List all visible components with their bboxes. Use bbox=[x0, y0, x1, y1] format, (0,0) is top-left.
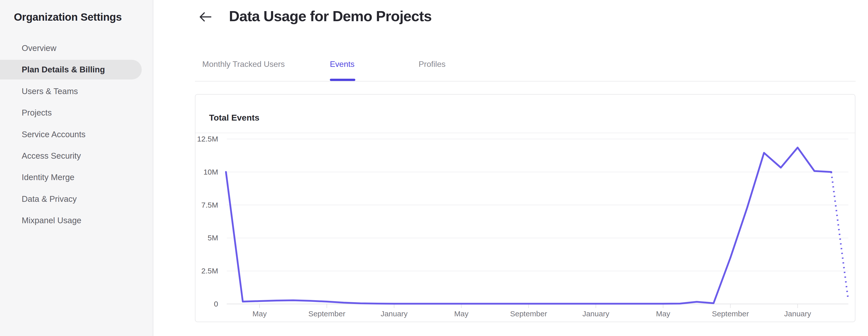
x-axis-label: May bbox=[454, 309, 469, 318]
x-axis-label: September bbox=[510, 309, 547, 318]
x-axis-label: January bbox=[582, 309, 609, 318]
y-axis-label: 7.5M bbox=[201, 201, 218, 209]
back-arrow-icon[interactable] bbox=[198, 11, 212, 23]
x-axis-label: May bbox=[252, 309, 267, 318]
sidebar-item-plan-details-billing[interactable]: Plan Details & Billing bbox=[0, 60, 142, 80]
y-axis-label: 12.5M bbox=[197, 135, 218, 143]
card-title: Total Events bbox=[209, 113, 259, 123]
y-axis-label: 2.5M bbox=[201, 267, 218, 275]
x-axis-label: September bbox=[712, 309, 749, 318]
sidebar-item-projects[interactable]: Projects bbox=[0, 103, 153, 123]
y-axis-label: 10M bbox=[204, 168, 218, 176]
sidebar-item-users-teams[interactable]: Users & Teams bbox=[0, 82, 153, 101]
sidebar-item-data-privacy[interactable]: Data & Privacy bbox=[0, 189, 153, 209]
tab-events[interactable]: Events bbox=[330, 60, 354, 70]
tabs-divider bbox=[195, 81, 856, 82]
x-axis-label: January bbox=[380, 309, 407, 318]
active-tab-underline bbox=[330, 79, 355, 81]
events-series-projected bbox=[831, 172, 848, 299]
organization-settings-sidebar: Organization Settings OverviewPlan Detai… bbox=[0, 0, 153, 336]
sidebar-item-access-security[interactable]: Access Security bbox=[0, 146, 153, 166]
sidebar-nav: OverviewPlan Details & BillingUsers & Te… bbox=[0, 38, 153, 232]
y-axis-label: 0 bbox=[214, 300, 218, 308]
sidebar-title: Organization Settings bbox=[14, 11, 122, 23]
x-axis-label: May bbox=[656, 309, 670, 318]
sidebar-item-service-accounts[interactable]: Service Accounts bbox=[0, 125, 153, 144]
y-axis-label: 5M bbox=[208, 234, 218, 242]
events-line-chart: 02.5M5M7.5M10M12.5MMaySeptemberJanuaryMa… bbox=[195, 133, 855, 322]
sidebar-item-overview[interactable]: Overview bbox=[0, 38, 153, 58]
tab-monthly-tracked-users[interactable]: Monthly Tracked Users bbox=[202, 60, 285, 70]
chart-canvas: 02.5M5M7.5M10M12.5MMaySeptemberJanuaryMa… bbox=[195, 133, 855, 322]
x-axis-label: September bbox=[308, 309, 345, 318]
total-events-card: Total Events 02.5M5M7.5M10M12.5MMaySepte… bbox=[195, 94, 856, 322]
sidebar-item-identity-merge[interactable]: Identity Merge bbox=[0, 167, 153, 187]
tab-profiles[interactable]: Profiles bbox=[418, 60, 445, 70]
x-axis-label: January bbox=[784, 309, 811, 318]
page-title: Data Usage for Demo Projects bbox=[229, 8, 432, 24]
sidebar-item-mixpanel-usage[interactable]: Mixpanel Usage bbox=[0, 211, 153, 230]
events-series-line bbox=[226, 148, 831, 304]
